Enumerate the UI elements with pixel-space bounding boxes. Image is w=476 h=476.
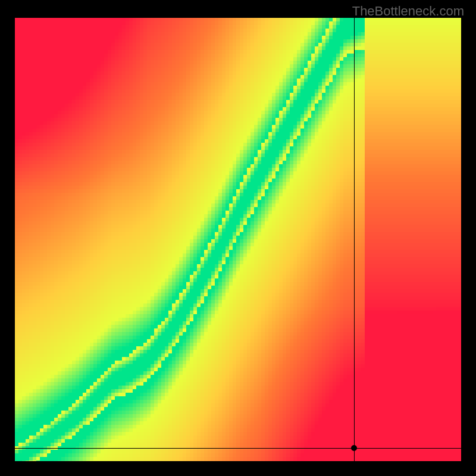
chart-container: TheBottleneck.com xyxy=(0,0,476,476)
watermark-text: TheBottleneck.com xyxy=(352,4,464,19)
crosshair-vertical xyxy=(354,18,355,461)
marker-dot xyxy=(351,445,357,451)
crosshair-horizontal xyxy=(15,448,461,449)
plot-area xyxy=(15,18,461,461)
heatmap-canvas xyxy=(15,18,461,461)
